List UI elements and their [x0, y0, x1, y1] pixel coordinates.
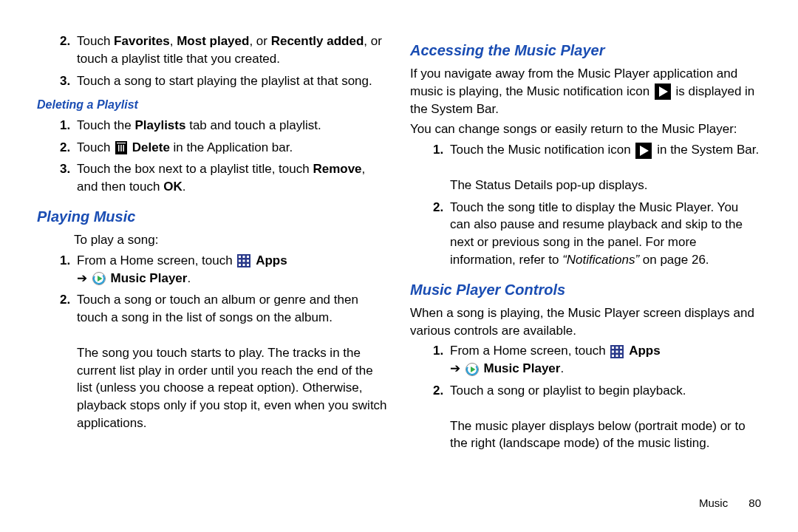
svg-rect-6: [239, 256, 241, 258]
playing-step-1: From a Home screen, touch Apps➔ Music Pl…: [74, 252, 388, 287]
svg-rect-10: [243, 260, 245, 262]
delete-step-3: Touch the box next to a playlist title, …: [74, 160, 388, 196]
svg-rect-27: [616, 350, 618, 352]
svg-rect-1: [118, 145, 120, 151]
playing-step-2: Touch a song or touch an album or genre …: [74, 291, 388, 432]
apps-grid-icon: [610, 345, 624, 358]
svg-rect-25: [620, 347, 622, 349]
playlist-steps-continued: Touch Favorites, Most played, or Recentl…: [37, 33, 388, 89]
delete-step-1: Touch the Playlists tab and touch a play…: [74, 117, 388, 134]
access-step-2: Touch the song title to display the Musi…: [447, 199, 761, 269]
playing-music-steps: From a Home screen, touch Apps➔ Music Pl…: [37, 252, 388, 432]
svg-rect-23: [612, 347, 614, 349]
svg-rect-31: [620, 355, 622, 357]
controls-intro: When a song is playing, the Music Player…: [410, 304, 761, 340]
heading-deleting-playlist: Deleting a Playlist: [37, 97, 388, 113]
controls-steps: From a Home screen, touch Apps➔ Music Pl…: [410, 342, 761, 452]
left-column: Touch Favorites, Most played, or Recentl…: [37, 30, 388, 488]
heading-player-controls: Music Player Controls: [410, 279, 761, 300]
svg-rect-14: [247, 264, 249, 266]
controls-step-1: From a Home screen, touch Apps➔ Music Pl…: [447, 342, 761, 378]
accessing-p1: If you navigate away from the Music Play…: [410, 65, 761, 117]
svg-rect-4: [117, 143, 126, 143]
accessing-steps: Touch the Music notification icon in the…: [410, 141, 761, 269]
delete-step-2: Touch Delete in the Application bar.: [74, 139, 388, 157]
svg-rect-8: [247, 256, 249, 258]
accessing-p2: You can change songs or easily return to…: [410, 120, 761, 138]
step-2: Touch Favorites, Most played, or Recentl…: [74, 33, 388, 68]
music-player-icon: [92, 272, 106, 285]
svg-rect-9: [239, 260, 241, 262]
svg-rect-13: [243, 264, 245, 266]
play-notification-icon: [635, 143, 652, 159]
music-player-icon: [466, 363, 479, 376]
delete-playlist-steps: Touch the Playlists tab and touch a play…: [37, 117, 388, 196]
play-notification-icon: [655, 83, 671, 100]
svg-rect-11: [247, 260, 249, 262]
svg-rect-24: [616, 347, 618, 349]
svg-rect-28: [620, 350, 622, 352]
playing-intro: To play a song:: [74, 231, 388, 249]
svg-rect-26: [612, 350, 614, 352]
trash-icon: [115, 141, 127, 154]
svg-rect-29: [612, 355, 614, 357]
footer-section: Music: [699, 497, 728, 509]
right-column: Accessing the Music Player If you naviga…: [410, 30, 761, 488]
svg-rect-30: [616, 355, 618, 357]
heading-playing-music: Playing Music: [37, 206, 388, 227]
footer-page-number: 80: [748, 497, 761, 509]
step-3: Touch a song to start playing the playli…: [74, 72, 388, 90]
controls-step-2: Touch a song or playlist to begin playba…: [447, 382, 761, 452]
svg-rect-3: [123, 145, 125, 151]
svg-rect-7: [243, 256, 245, 258]
access-step-1: Touch the Music notification icon in the…: [447, 141, 761, 194]
page-footer: Music 80: [37, 495, 761, 511]
apps-grid-icon: [237, 254, 250, 267]
heading-accessing-player: Accessing the Music Player: [410, 40, 761, 61]
svg-rect-2: [120, 145, 122, 151]
svg-rect-12: [239, 264, 241, 266]
